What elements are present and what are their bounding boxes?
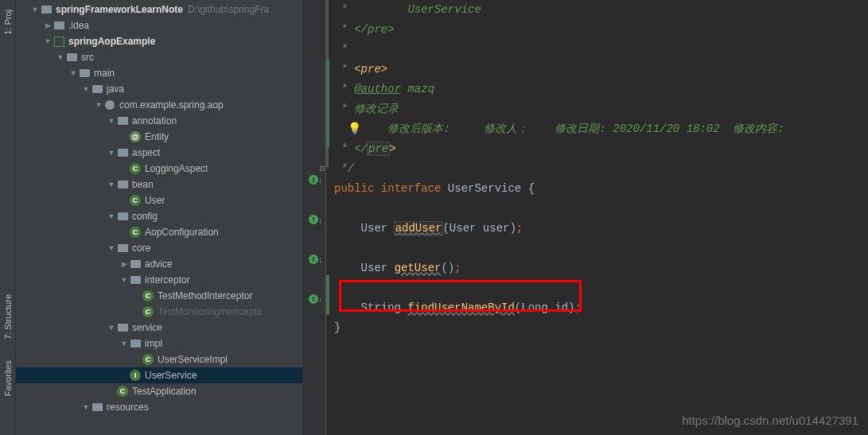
tree-module[interactable]: ▼ springAopExample	[16, 33, 302, 49]
tree-file-userserviceimpl[interactable]: C UserServiceImpl	[16, 351, 302, 367]
chevron-down-icon: ▼	[68, 68, 78, 78]
tree-label: resources	[107, 402, 149, 413]
tree-file-testapp[interactable]: C TestApplication	[16, 383, 302, 399]
change-marker-green	[326, 275, 329, 315]
code-text: *	[334, 83, 354, 95]
tree-root[interactable]: ▼ springFrameworkLearnNote D:\github\spr…	[16, 2, 302, 17]
tree-core[interactable]: ▼ core	[16, 240, 302, 256]
tree-file-aopconfig[interactable]: C AopConfiguration	[16, 224, 302, 240]
tree-file-user[interactable]: C User	[16, 192, 302, 208]
code-text: *	[334, 43, 348, 56]
tree-java[interactable]: ▼ java	[16, 81, 302, 97]
class-icon: C	[142, 354, 154, 365]
tree-label: service	[132, 322, 162, 333]
code-text: findUserNameById	[407, 301, 514, 314]
tree-file-entity[interactable]: @ Entity	[16, 129, 302, 145]
class-icon: C	[142, 290, 154, 301]
implemented-icon[interactable]: I↓	[309, 215, 323, 224]
code-text: <pre>	[354, 63, 387, 76]
chevron-down-icon: ▼	[119, 275, 129, 285]
tree-label: bean	[132, 179, 154, 190]
annotation-icon: @	[130, 131, 141, 142]
implemented-icon[interactable]: I↓	[309, 294, 323, 304]
chevron-down-icon: ▼	[107, 148, 116, 157]
tree-label: LoggingAspect	[145, 163, 208, 174]
watermark: https://blog.csdn.net/u014427391	[682, 414, 858, 427]
code-text: interface	[374, 182, 441, 195]
tree-label: User	[145, 195, 165, 206]
chevron-down-icon: ▼	[30, 5, 40, 14]
tree-resources[interactable]: ▼ resources	[16, 399, 302, 415]
tree-interceptor[interactable]: ▼ interceptor	[16, 272, 302, 288]
chevron-down-icon: ▼	[107, 243, 116, 253]
tree-idea[interactable]: ▶ .idea	[16, 17, 302, 33]
tree-bean[interactable]: ▼ bean	[16, 177, 302, 192]
collapse-icon[interactable]: ⊟	[320, 159, 325, 179]
code-text: 修改后版本: 修改人： 修改日期:	[361, 122, 613, 135]
tree-label: springAopExample	[68, 36, 155, 47]
chevron-down-icon: ▼	[107, 180, 116, 189]
tree-label: UserService	[145, 370, 197, 381]
tree-config[interactable]: ▼ config	[16, 208, 302, 224]
code-text: * </	[334, 142, 368, 155]
tree-label: main	[94, 68, 115, 79]
code-text: (User user)	[442, 222, 516, 235]
tree-annotation[interactable]: ▼ annotation	[16, 113, 302, 129]
code-text: (Long id)	[515, 301, 575, 314]
folder-icon	[118, 117, 128, 125]
tree-label: UserServiceImpl	[158, 354, 228, 365]
tree-file-loggingaspect[interactable]: C LoggingAspect	[16, 161, 302, 177]
code-text: *	[334, 63, 354, 76]
tree-label: TestApplication	[132, 386, 197, 397]
tab-project[interactable]: 1: Proj	[0, 3, 15, 41]
editor[interactable]: I↓ I↓ I↓ I↓ * UserService * </pre> * * <…	[302, 0, 868, 435]
tree-aspect[interactable]: ▼ aspect	[16, 145, 302, 161]
code-text: public	[334, 182, 374, 195]
class-icon: C	[130, 227, 141, 238]
tree-file-userservice[interactable]: I UserService	[16, 367, 302, 383]
project-tree[interactable]: ▼ springFrameworkLearnNote D:\github\spr…	[16, 0, 302, 435]
tree-impl[interactable]: ▼ impl	[16, 336, 302, 351]
tree-src[interactable]: ▼ src	[16, 49, 302, 65]
chevron-down-icon: ▼	[107, 212, 116, 221]
tree-file-testmethodint[interactable]: C TestMethodInterceptor	[16, 288, 302, 304]
left-tool-gutter: 1: Proj 7: Structure Favorites	[0, 0, 16, 435]
code-text: getUser	[395, 262, 442, 274]
chevron-down-icon: ▼	[81, 84, 91, 94]
code-text: ;	[454, 262, 461, 274]
chevron-right-icon: ▶	[119, 259, 129, 269]
folder-icon	[67, 53, 77, 61]
folder-icon	[118, 181, 128, 188]
tree-advice[interactable]: ▶ advice	[16, 256, 302, 272]
tree-label: annotation	[132, 115, 177, 126]
tab-favorites[interactable]: Favorites	[0, 354, 15, 402]
tree-path: D:\github\springFra	[188, 4, 269, 15]
project-icon	[41, 6, 52, 14]
tree-label: interceptor	[145, 274, 190, 285]
change-marker-green	[326, 60, 329, 147]
class-icon: C	[130, 195, 141, 206]
tree-main[interactable]: ▼ main	[16, 65, 302, 81]
code-text: 2020/11/20 18:02	[613, 122, 719, 135]
tree-label: java	[107, 84, 124, 95]
chevron-down-icon: ▼	[81, 402, 91, 412]
code-text: ;	[516, 222, 523, 235]
implemented-icon[interactable]: I↓	[309, 254, 323, 264]
code-text: }	[334, 321, 341, 334]
tree-package[interactable]: ▼ com.example.spring.aop	[16, 97, 302, 113]
folder-icon	[118, 149, 128, 157]
editor-gutter[interactable]: I↓ I↓ I↓ I↓	[307, 0, 326, 435]
folder-icon	[92, 403, 103, 411]
code-content[interactable]: * UserService * </pre> * * <pre> * @auth…	[326, 0, 868, 435]
code-text: >	[389, 142, 395, 155]
tree-file-testmonitorint[interactable]: C TestMonitoringIntercepto	[16, 304, 302, 320]
tree-service[interactable]: ▼ service	[16, 320, 302, 336]
tab-structure[interactable]: 7: Structure	[0, 288, 15, 346]
code-text: @author	[354, 83, 401, 95]
code-text: * UserService	[334, 3, 481, 16]
chevron-down-icon: ▼	[56, 52, 65, 62]
bulb-icon[interactable]: 💡	[348, 122, 361, 135]
chevron-down-icon: ▼	[94, 100, 103, 110]
code-text: User	[334, 222, 395, 235]
folder-icon	[92, 85, 103, 93]
